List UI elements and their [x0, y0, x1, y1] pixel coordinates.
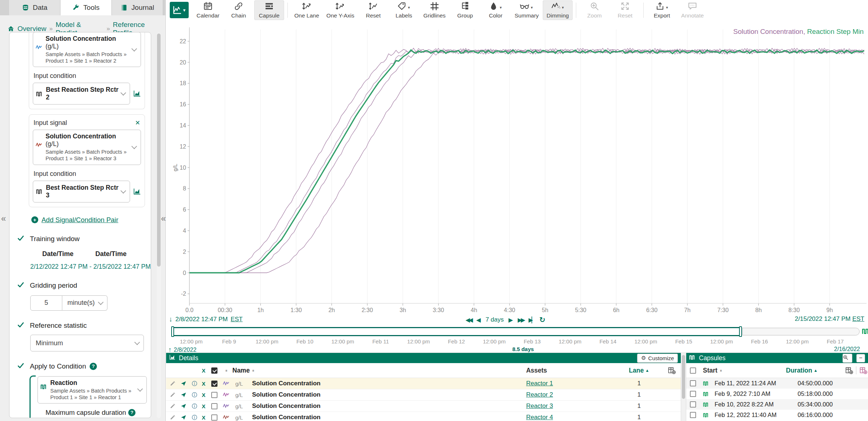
info-icon[interactable]	[192, 403, 197, 409]
home-icon[interactable]	[7, 25, 15, 32]
asset-link[interactable]: Reactor 1	[526, 380, 553, 387]
add-column-icon[interactable]	[659, 366, 681, 374]
remove-signal-icon[interactable]: X	[202, 381, 211, 387]
sort-icon[interactable]: ▲▼	[225, 370, 228, 371]
select-all-checkbox[interactable]	[211, 367, 217, 374]
timeline-right-handle[interactable]	[739, 326, 742, 337]
signal-name[interactable]: Solution Concentration	[252, 380, 526, 387]
remove-signal-icon[interactable]: X	[202, 403, 211, 409]
breadcrumb-item[interactable]: Overview	[17, 25, 46, 33]
pin-signal-icon[interactable]	[181, 392, 186, 398]
range-start-date[interactable]: 2/8/2022 12:47 PM	[176, 316, 228, 323]
info-icon[interactable]	[192, 381, 197, 386]
timeline-selected-range[interactable]	[172, 327, 742, 336]
add-signal-condition-pair[interactable]: + Add Signal/Condition Pair	[31, 216, 151, 224]
signal-name[interactable]: Solution Concentration	[252, 402, 526, 410]
toolbar-button-group[interactable]: Group	[450, 0, 480, 20]
select-all-capsules-checkbox[interactable]	[690, 367, 696, 374]
input-condition-select-1[interactable]: Best Reaction Step Rctr 2	[33, 83, 130, 105]
add-column-icon[interactable]	[845, 366, 853, 374]
timeline-left-handle[interactable]	[171, 326, 174, 337]
collapse-capsules-button[interactable]: −	[856, 354, 865, 362]
timeline-end-date[interactable]: 2/16/2022	[834, 346, 860, 353]
toolbar-button-one-y-axis[interactable]: One Y-Axis	[323, 0, 358, 20]
signal-select-checkbox[interactable]	[211, 381, 217, 387]
toolbar-button-reset-lanes[interactable]: Reset	[358, 0, 388, 20]
pin-signal-icon[interactable]	[181, 381, 186, 386]
view-condition-chart-button[interactable]	[133, 188, 141, 196]
details-table-row[interactable]: Xg/LSolution ConcentrationReactor 11	[166, 378, 681, 389]
sidebar-scrollbar[interactable]	[157, 33, 161, 418]
toolbar-button-summary[interactable]: ▼Summary	[511, 0, 542, 20]
remove-all-signals-button[interactable]: X	[202, 367, 211, 374]
signal-select-checkbox[interactable]	[211, 403, 217, 409]
toolbar-button-dimming[interactable]: ▼Dimming	[543, 0, 573, 20]
start-column-header[interactable]: Start	[703, 367, 718, 374]
step-back-button[interactable]: ◀	[476, 316, 481, 323]
remove-signal-icon[interactable]: X	[202, 392, 211, 398]
help-icon[interactable]: ?	[90, 363, 97, 370]
asset-link[interactable]: Reactor 4	[526, 414, 553, 421]
edit-signal-icon[interactable]	[170, 403, 176, 409]
view-condition-chart-button[interactable]	[133, 90, 141, 98]
pin-signal-icon[interactable]	[181, 414, 186, 420]
collapse-left-panel-icon[interactable]: «	[1, 214, 6, 223]
toolbar-button-capsule[interactable]: Capsule	[254, 0, 284, 20]
capsule-select-checkbox[interactable]	[690, 391, 696, 397]
step-to-end-button[interactable]: ▶▏	[529, 316, 535, 323]
timezone-label[interactable]: EST	[231, 316, 243, 323]
lane-column-header[interactable]: Lane▲	[619, 367, 659, 374]
step-forward-button[interactable]: ▶	[508, 316, 513, 323]
toolbar-button-color[interactable]: ▼Color	[481, 0, 511, 20]
remove-pair-icon[interactable]: ✕	[135, 119, 140, 127]
input-signal-select-1[interactable]: Solution Concentration (g/L) Sample Asse…	[33, 32, 141, 67]
capsule-select-checkbox[interactable]	[690, 412, 696, 418]
training-window-range[interactable]: 2/12/2022 12:47 PM - 2/15/2022 12:47 PM	[30, 263, 151, 271]
input-condition-select-2[interactable]: Best Reaction Step Rctr 3	[33, 181, 130, 202]
toolbar-button-trend-view[interactable]: ▼	[170, 2, 189, 18]
remove-signal-icon[interactable]: X	[202, 414, 211, 421]
edit-signal-icon[interactable]	[170, 381, 176, 386]
name-column-header[interactable]: Name	[232, 367, 250, 374]
sort-icon[interactable]: ▲▼	[719, 370, 723, 371]
details-table-row[interactable]: Xg/LSolution ConcentrationReactor 31	[166, 401, 681, 412]
signal-name[interactable]: Solution Concentration	[252, 414, 526, 421]
capsule-select-checkbox[interactable]	[690, 380, 696, 386]
signal-name[interactable]: Solution Concentration	[252, 391, 526, 398]
reference-statistic-select[interactable]: Minimum	[30, 335, 144, 351]
range-duration-label[interactable]: 7 days	[486, 316, 504, 323]
timezone-label[interactable]: EST	[852, 315, 864, 322]
collapse-sidebar-icon[interactable]: «	[161, 214, 166, 223]
refresh-icon[interactable]: ↻	[539, 315, 546, 324]
timeline-start-date[interactable]: 2/8/2022	[174, 347, 196, 353]
series-reaction-step-min[interactable]	[189, 50, 864, 273]
input-signal-select-2[interactable]: Solution Concentration (g/L) Sample Asse…	[33, 130, 141, 165]
series-reactor-1[interactable]	[189, 48, 864, 273]
gridding-period-unit-select[interactable]: minute(s)	[62, 295, 107, 311]
capsule-search-button[interactable]	[843, 354, 852, 363]
apply-condition-select[interactable]: Reaction Sample Assets » Batch Products …	[38, 376, 147, 404]
details-table-row[interactable]: Xg/LSolution ConcentrationReactor 21	[166, 389, 681, 401]
toolbar-button-chain[interactable]: Chain	[224, 0, 254, 20]
toolbar-button-export[interactable]: ▼Export	[647, 0, 677, 20]
capsule-table-row[interactable]: Feb 11, 2022 11:24 AM04:50:00.000	[686, 378, 868, 389]
asset-link[interactable]: Reactor 3	[526, 402, 553, 410]
tab-journal[interactable]: Journal	[112, 0, 163, 15]
capsule-table-row[interactable]: Feb 10, 2022 8:22 AM05:34:00.000	[686, 399, 868, 410]
toolbar-button-gridlines[interactable]: Gridlines	[420, 0, 449, 20]
gridding-period-value-input[interactable]: 5	[30, 295, 62, 311]
capsule-table-row[interactable]: Feb 9, 2022 7:10 AM05:18:00.000	[686, 389, 868, 399]
capsule-select-checkbox[interactable]	[690, 401, 696, 408]
timeline-remaining-range[interactable]	[742, 328, 860, 335]
sort-icon[interactable]: ▲▼	[252, 370, 255, 371]
details-table-row[interactable]: Xg/LSolution ConcentrationReactor 41	[166, 412, 681, 421]
step-back-fast-button[interactable]: ◀◀	[466, 316, 472, 323]
info-icon[interactable]	[192, 392, 197, 398]
pin-signal-icon[interactable]	[181, 403, 186, 409]
range-end-date[interactable]: 2/15/2022 12:47 PM	[795, 315, 851, 322]
signal-select-checkbox[interactable]	[211, 392, 217, 398]
signal-select-checkbox[interactable]	[211, 414, 217, 421]
capsule-table-row[interactable]: Feb 12, 2022 11:40 AM06:16:00.000	[686, 410, 868, 420]
details-scrollbar[interactable]	[681, 353, 686, 421]
tab-data[interactable]: Data	[9, 0, 60, 15]
